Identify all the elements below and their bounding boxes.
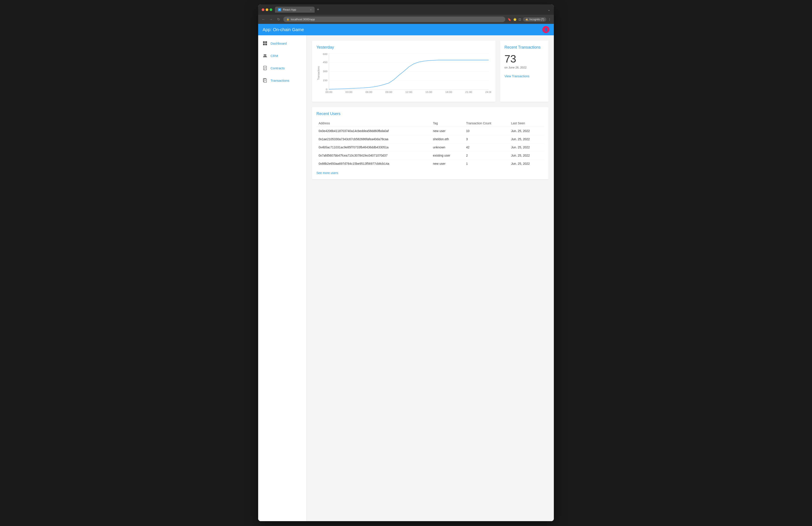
cell-tag: new user bbox=[431, 127, 464, 135]
table-row[interactable]: 0x4b5ac711031ac9e85f70733fb46436ddb43305… bbox=[316, 143, 544, 152]
sidebar-label-transactions: Transactions bbox=[271, 79, 289, 82]
svg-text:09:00: 09:00 bbox=[386, 91, 393, 94]
svg-rect-11 bbox=[264, 79, 266, 82]
table-row[interactable]: 0x7afd5607bb47fcea710c307841fec04071070d… bbox=[316, 152, 544, 160]
table-row[interactable]: 0x0e4206b4118703740a14cbeddea58dd60fbda0… bbox=[316, 127, 544, 135]
extension-icon-3: ⊡ bbox=[519, 18, 521, 21]
cell-tag: unknown bbox=[431, 143, 464, 152]
app-body: Dashboard CRM bbox=[258, 35, 554, 521]
browser-menu-icon[interactable]: ⋮ bbox=[548, 18, 551, 21]
users-table: Address Tag Transaction Count Last Seen … bbox=[316, 120, 544, 168]
table-row[interactable]: 0x1ae2105330a7343c67cb582686fafea40da78c… bbox=[316, 135, 544, 143]
new-tab-button[interactable]: + bbox=[316, 7, 321, 12]
window-minimize-icon: ⌄ bbox=[548, 8, 550, 12]
incognito-badge: 🕵 Incognito (7) bbox=[523, 17, 546, 22]
cell-tag: existing user bbox=[431, 152, 464, 160]
svg-text:24:00: 24:00 bbox=[485, 91, 491, 94]
users-card: Recent Users Address Tag Transaction Cou… bbox=[312, 107, 549, 179]
browser-titlebar: R React App × + ⌄ bbox=[258, 4, 554, 15]
sidebar-item-contracts[interactable]: Contracts bbox=[258, 62, 306, 74]
svg-rect-2 bbox=[263, 43, 265, 45]
cell-tx-count: 42 bbox=[464, 143, 509, 152]
users-table-body: 0x0e4206b4118703740a14cbeddea58dd60fbda0… bbox=[316, 127, 544, 168]
main-content: Yesterday bbox=[307, 35, 554, 521]
transactions-icon bbox=[263, 78, 267, 83]
sidebar-label-crm: CRM bbox=[271, 54, 278, 58]
minimize-window-button[interactable] bbox=[266, 9, 268, 11]
extension-icon-1: 🔖 bbox=[508, 18, 511, 21]
svg-text:06:00: 06:00 bbox=[365, 91, 373, 94]
users-card-title: Recent Users bbox=[316, 112, 544, 116]
col-last-seen: Last Seen bbox=[509, 120, 544, 127]
see-more-users-link[interactable]: See more users bbox=[316, 171, 338, 175]
transactions-count: 73 bbox=[504, 53, 544, 65]
svg-rect-1 bbox=[265, 41, 267, 43]
view-transactions-link[interactable]: View Transactions bbox=[504, 74, 544, 78]
cell-last-seen: Jun. 25, 2022 bbox=[509, 152, 544, 160]
crm-icon bbox=[263, 54, 267, 58]
traffic-lights bbox=[262, 9, 272, 11]
svg-point-5 bbox=[265, 54, 266, 56]
table-row[interactable]: 0x88b2e650aa697d784c15be9513f56977cb8cb1… bbox=[316, 160, 544, 168]
chart-svg: 0 150 300 450 600 00:00 03:00 06:00 09:0… bbox=[316, 53, 491, 97]
browser-tab-active[interactable]: R React App × bbox=[275, 6, 315, 13]
svg-text:600: 600 bbox=[323, 53, 328, 55]
svg-text:300: 300 bbox=[323, 70, 328, 73]
avatar-icon: 👤 bbox=[544, 28, 548, 31]
back-button[interactable]: ← bbox=[261, 17, 266, 22]
col-tag: Tag bbox=[431, 120, 464, 127]
cell-address: 0x0e4206b4118703740a14cbeddea58dd60fbda0… bbox=[316, 127, 431, 135]
cell-last-seen: Jun. 25, 2022 bbox=[509, 160, 544, 168]
browser-toolbar: ← → ↻ 🔒 localhost:3000/app 🔖 ⭐ ⊡ 🕵 Incog… bbox=[258, 15, 554, 24]
sidebar-item-transactions[interactable]: Transactions bbox=[258, 74, 306, 87]
svg-rect-6 bbox=[263, 66, 266, 70]
forward-button[interactable]: → bbox=[268, 17, 274, 22]
cell-address: 0x1ae2105330a7343c67cb582686fafea40da78c… bbox=[316, 135, 431, 143]
chart-card: Yesterday bbox=[312, 41, 496, 102]
sidebar-item-dashboard[interactable]: Dashboard bbox=[258, 37, 306, 49]
tab-close-button[interactable]: × bbox=[310, 9, 311, 11]
sidebar-label-dashboard: Dashboard bbox=[271, 42, 287, 45]
browser-toolbar-right: ⌄ bbox=[548, 8, 550, 12]
cell-tx-count: 10 bbox=[464, 127, 509, 135]
svg-text:15:00: 15:00 bbox=[425, 91, 433, 94]
address-bar[interactable]: 🔒 localhost:3000/app bbox=[283, 17, 505, 22]
svg-rect-0 bbox=[263, 41, 265, 43]
url-text: localhost:3000/app bbox=[291, 18, 315, 21]
incognito-icon: 🕵 bbox=[525, 18, 528, 21]
browser-extensions: 🔖 ⭐ ⊡ 🕵 Incognito (7) ⋮ bbox=[508, 17, 551, 22]
tab-favicon: R bbox=[278, 8, 281, 11]
svg-point-4 bbox=[264, 54, 265, 56]
svg-text:450: 450 bbox=[323, 61, 328, 63]
cell-tx-count: 2 bbox=[464, 152, 509, 160]
svg-text:03:00: 03:00 bbox=[346, 91, 352, 94]
sidebar-label-contracts: Contracts bbox=[271, 66, 285, 70]
dashboard-icon bbox=[263, 41, 267, 45]
svg-text:0: 0 bbox=[326, 88, 328, 91]
col-address: Address bbox=[316, 120, 431, 127]
chart-container: 0 150 300 450 600 00:00 03:00 06:00 09:0… bbox=[316, 53, 491, 97]
svg-text:18:00: 18:00 bbox=[445, 91, 452, 94]
cell-tag: new user bbox=[431, 160, 464, 168]
maximize-window-button[interactable] bbox=[270, 9, 272, 11]
col-tx-count: Transaction Count bbox=[464, 120, 509, 127]
tab-title: React App bbox=[283, 8, 296, 11]
svg-text:00:00: 00:00 bbox=[325, 91, 333, 94]
sidebar-item-crm[interactable]: CRM bbox=[258, 49, 306, 62]
top-cards-row: Yesterday bbox=[312, 41, 549, 102]
svg-text:12:00: 12:00 bbox=[405, 91, 412, 94]
svg-text:150: 150 bbox=[323, 79, 328, 82]
app-header: App: On-chain Game 👤 bbox=[258, 24, 554, 35]
cell-tag: sheldon.eth bbox=[431, 135, 464, 143]
cell-address: 0x4b5ac711031ac9e85f70733fb46436ddb43305… bbox=[316, 143, 431, 152]
close-window-button[interactable] bbox=[262, 9, 264, 11]
sidebar: Dashboard CRM bbox=[258, 35, 307, 521]
tab-bar: R React App × + bbox=[275, 6, 545, 13]
extension-icon-2: ⭐ bbox=[513, 18, 517, 21]
cell-tx-count: 1 bbox=[464, 160, 509, 168]
app-container: App: On-chain Game 👤 bbox=[258, 24, 554, 521]
refresh-button[interactable]: ↻ bbox=[276, 17, 281, 22]
user-avatar[interactable]: 👤 bbox=[542, 26, 549, 33]
svg-text:21:00: 21:00 bbox=[465, 91, 473, 94]
browser-window: R React App × + ⌄ ← → ↻ 🔒 localhost:3000… bbox=[258, 4, 554, 521]
